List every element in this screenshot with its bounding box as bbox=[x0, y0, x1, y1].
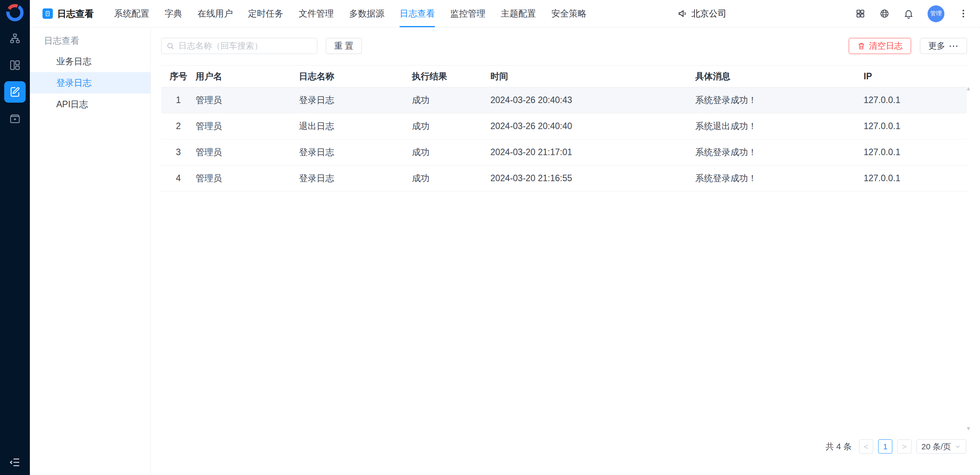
nav-item-monitoring[interactable]: 监控管理 bbox=[450, 0, 485, 27]
cell-ip: 127.0.0.1 bbox=[864, 139, 967, 165]
log-name-search-input[interactable] bbox=[161, 38, 317, 54]
clear-logs-button[interactable]: 清空日志 bbox=[849, 38, 911, 54]
avatar[interactable]: 管理 bbox=[928, 5, 944, 22]
kebab-menu-icon[interactable] bbox=[958, 8, 969, 19]
cell-log-name: 登录日志 bbox=[299, 139, 412, 165]
cell-index: 2 bbox=[161, 113, 196, 139]
org-chart-icon[interactable] bbox=[4, 28, 26, 49]
page-title: 日志查看 bbox=[57, 8, 94, 20]
cell-log-name: 登录日志 bbox=[299, 87, 412, 113]
cell-result: 成功 bbox=[412, 139, 490, 165]
cell-ip: 127.0.0.1 bbox=[864, 87, 967, 113]
cell-username: 管理员 bbox=[196, 139, 299, 165]
company-switcher[interactable]: 北京公司 bbox=[678, 8, 727, 20]
cell-index: 3 bbox=[161, 139, 196, 165]
sidebar-item-business-log[interactable]: 业务日志 bbox=[30, 51, 150, 72]
menu-fold-icon[interactable] bbox=[9, 457, 21, 470]
cell-username: 管理员 bbox=[196, 165, 299, 192]
archive-box-icon[interactable] bbox=[4, 108, 26, 129]
top-nav: 系统配置 字典 在线用户 定时任务 文件管理 多数据源 日志查看 监控管理 主题… bbox=[114, 0, 586, 27]
chevron-down-icon bbox=[954, 443, 961, 450]
ellipsis-icon: ⋯ bbox=[949, 44, 959, 49]
nav-item-file-management[interactable]: 文件管理 bbox=[299, 0, 334, 27]
cell-message: 系统登录成功！ bbox=[695, 165, 864, 192]
nav-item-system-config[interactable]: 系统配置 bbox=[114, 0, 149, 27]
table-row[interactable]: 4 管理员 登录日志 成功 2024-03-20 21:16:55 系统登录成功… bbox=[161, 165, 967, 192]
cell-username: 管理员 bbox=[196, 113, 299, 139]
nav-item-scheduled-tasks[interactable]: 定时任务 bbox=[248, 0, 283, 27]
nav-item-online-users[interactable]: 在线用户 bbox=[198, 0, 233, 27]
cell-index: 4 bbox=[161, 165, 196, 192]
log-edit-icon[interactable] bbox=[4, 81, 26, 103]
trash-icon bbox=[857, 42, 866, 50]
more-button[interactable]: 更多 ⋯ bbox=[920, 38, 967, 54]
cell-index: 1 bbox=[161, 87, 196, 113]
nav-item-theme-config[interactable]: 主题配置 bbox=[501, 0, 536, 27]
apps-grid-icon[interactable] bbox=[855, 8, 866, 19]
top-header: 日志查看 系统配置 字典 在线用户 定时任务 文件管理 多数据源 日志查看 监控… bbox=[30, 0, 980, 28]
more-label: 更多 bbox=[928, 40, 945, 52]
clear-logs-label: 清空日志 bbox=[869, 40, 903, 52]
page-1-button[interactable]: 1 bbox=[878, 439, 892, 454]
page-badge-icon bbox=[42, 8, 53, 19]
table-row[interactable]: 3 管理员 登录日志 成功 2024-03-20 21:17:01 系统登录成功… bbox=[161, 139, 967, 165]
cell-time: 2024-03-26 20:40:40 bbox=[490, 113, 695, 139]
cell-log-name: 登录日志 bbox=[299, 165, 412, 192]
announcement-icon bbox=[678, 8, 688, 19]
scrollbar-down-arrow[interactable]: ▾ bbox=[967, 425, 970, 432]
nav-item-security-policy[interactable]: 安全策略 bbox=[551, 0, 586, 27]
app-logo[interactable] bbox=[6, 4, 24, 21]
scrollbar-up-arrow[interactable]: ▴ bbox=[967, 85, 970, 92]
page-size-select[interactable]: 20 条/页 bbox=[916, 439, 966, 454]
toolbar: 重 置 清空日志 更多 ⋯ bbox=[161, 38, 967, 54]
sidebar: 日志查看 业务日志 登录日志 API日志 bbox=[30, 28, 151, 475]
cell-message: 系统退出成功！ bbox=[695, 113, 864, 139]
column-header-time: 时间 bbox=[490, 66, 695, 87]
column-header-username: 用户名 bbox=[196, 66, 299, 87]
cell-ip: 127.0.0.1 bbox=[864, 165, 967, 192]
column-header-message: 具体消息 bbox=[695, 66, 864, 87]
cell-result: 成功 bbox=[412, 113, 490, 139]
sidebar-item-login-log[interactable]: 登录日志 bbox=[30, 72, 150, 93]
next-page-button[interactable]: > bbox=[897, 439, 911, 454]
cell-message: 系统登录成功！ bbox=[695, 87, 864, 113]
pagination: 共 4 条 < 1 > 20 条/页 bbox=[826, 439, 967, 454]
table-header: 序号 用户名 日志名称 执行结果 时间 具体消息 IP bbox=[161, 66, 967, 87]
reset-button[interactable]: 重 置 bbox=[326, 38, 362, 54]
cell-result: 成功 bbox=[412, 165, 490, 192]
cell-result: 成功 bbox=[412, 87, 490, 113]
cell-log-name: 退出日志 bbox=[299, 113, 412, 139]
cell-time: 2024-03-20 21:16:55 bbox=[490, 165, 695, 192]
layout-grid-icon[interactable] bbox=[4, 54, 26, 76]
prev-page-button[interactable]: < bbox=[859, 439, 873, 454]
bell-icon[interactable] bbox=[903, 8, 914, 19]
search-icon bbox=[166, 42, 175, 50]
header-actions: 北京公司 管理 bbox=[678, 5, 969, 22]
nav-item-log-view[interactable]: 日志查看 bbox=[400, 0, 435, 27]
page-size-value: 20 条/页 bbox=[921, 441, 951, 452]
pagination-total: 共 4 条 bbox=[826, 441, 852, 452]
search-box bbox=[161, 38, 317, 54]
main-content: 重 置 清空日志 更多 ⋯ 序号 用户名 日志名称 执行结果 bbox=[151, 28, 980, 475]
log-table: 序号 用户名 日志名称 执行结果 时间 具体消息 IP 1 管理员 登录日志 成… bbox=[161, 65, 967, 192]
nav-item-dictionary[interactable]: 字典 bbox=[165, 0, 182, 27]
sidebar-title: 日志查看 bbox=[30, 31, 150, 51]
nav-item-multi-datasource[interactable]: 多数据源 bbox=[349, 0, 384, 27]
column-header-result: 执行结果 bbox=[412, 66, 490, 87]
toolbar-actions: 清空日志 更多 ⋯ bbox=[849, 38, 967, 54]
cell-message: 系统登录成功！ bbox=[695, 139, 864, 165]
table-row[interactable]: 1 管理员 登录日志 成功 2024-03-26 20:40:43 系统登录成功… bbox=[161, 87, 967, 113]
column-header-log-name: 日志名称 bbox=[299, 66, 412, 87]
table-row[interactable]: 2 管理员 退出日志 成功 2024-03-26 20:40:40 系统退出成功… bbox=[161, 113, 967, 139]
column-header-index: 序号 bbox=[161, 66, 196, 87]
cell-time: 2024-03-26 20:40:43 bbox=[490, 87, 695, 113]
cell-time: 2024-03-20 21:17:01 bbox=[490, 139, 695, 165]
sidebar-item-api-log[interactable]: API日志 bbox=[30, 93, 150, 115]
company-name: 北京公司 bbox=[691, 8, 727, 20]
column-header-ip: IP bbox=[864, 66, 967, 87]
cell-username: 管理员 bbox=[196, 87, 299, 113]
cell-ip: 127.0.0.1 bbox=[864, 113, 967, 139]
globe-icon[interactable] bbox=[879, 8, 890, 19]
icon-rail bbox=[0, 0, 30, 475]
